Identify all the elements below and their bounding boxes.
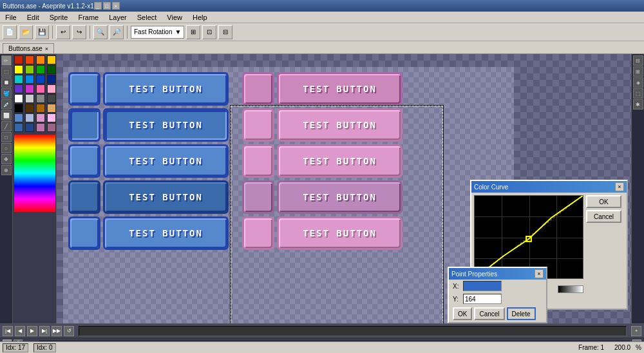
color-gradient[interactable] <box>14 135 55 212</box>
tool-r-5[interactable]: ✱ <box>633 99 643 110</box>
pink-icon-3[interactable] <box>242 144 274 178</box>
tool-r-3[interactable]: ◈ <box>633 77 643 88</box>
line-tool[interactable]: ╱ <box>1 121 12 131</box>
color-swatch[interactable] <box>47 84 56 93</box>
color-curve-close-button[interactable]: × <box>615 182 624 191</box>
tool-r-2[interactable]: ⊞ <box>633 66 643 77</box>
menu-help[interactable]: Help <box>190 13 210 22</box>
y-input[interactable] <box>463 294 502 304</box>
timeline-next-button[interactable]: ▶| <box>39 326 50 336</box>
color-curve-titlebar[interactable]: Color Curve × <box>471 181 627 193</box>
blue-button-1[interactable]: TEST BUTTON <box>103 72 229 106</box>
color-swatch[interactable] <box>47 55 56 64</box>
pixel-canvas[interactable]: TEST BUTTON TEST BUTTON TEST BUTTON <box>63 67 514 323</box>
pink-icon-2[interactable] <box>242 108 274 142</box>
blue-icon-1[interactable] <box>68 72 100 106</box>
blue-button-3[interactable]: TEST BUTTON <box>103 144 229 178</box>
zoom-in-button[interactable]: 🔍 <box>93 25 108 39</box>
tool-r-1[interactable]: ⊟ <box>633 55 643 66</box>
color-swatch[interactable] <box>25 94 34 103</box>
color-swatch[interactable] <box>25 113 34 122</box>
color-swatch[interactable] <box>36 123 45 132</box>
timeline-bar[interactable] <box>79 326 627 336</box>
color-swatch[interactable] <box>36 65 45 74</box>
rotation-mode-dropdown[interactable]: Fast Rotation ▼ <box>131 26 184 39</box>
pink-button-1[interactable]: TEST BUTTON <box>277 72 402 106</box>
point-props-close-button[interactable]: × <box>535 269 544 278</box>
color-swatch[interactable] <box>47 104 56 113</box>
maximize-button[interactable]: □ <box>103 2 111 10</box>
timeline-add-frame-button[interactable]: + <box>631 326 641 336</box>
color-swatch[interactable] <box>36 104 45 113</box>
blue-icon-5[interactable] <box>68 216 100 250</box>
timeline-last-button[interactable]: ▶▶ <box>52 326 62 336</box>
blue-button-5[interactable]: TEST BUTTON <box>103 216 229 250</box>
pink-button-4[interactable]: TEST BUTTON <box>277 180 402 214</box>
color-swatch[interactable] <box>36 84 45 93</box>
x-input[interactable] <box>463 281 502 291</box>
blue-button-4[interactable]: TEST BUTTON <box>103 180 229 214</box>
menu-select[interactable]: Select <box>135 13 160 22</box>
point-props-dialog[interactable]: Point Properties × X: Y: OK Cancel Delet… <box>448 267 547 323</box>
pink-button-3[interactable]: TEST BUTTON <box>277 144 402 178</box>
color-swatch[interactable] <box>14 84 23 93</box>
pink-button-5[interactable]: TEST BUTTON <box>277 216 402 250</box>
open-button[interactable]: 📂 <box>19 25 33 39</box>
color-swatch[interactable] <box>36 113 45 122</box>
blue-button-2[interactable]: TEST BUTTON <box>103 108 229 142</box>
redo-button[interactable]: ↪ <box>72 25 86 39</box>
pencil-tool[interactable]: ✏ <box>1 55 12 66</box>
color-swatch[interactable] <box>36 55 45 64</box>
color-swatch[interactable] <box>36 94 45 103</box>
blue-icon-4[interactable] <box>68 180 100 214</box>
tab-close-icon[interactable]: × <box>45 46 48 52</box>
zoom-out-button[interactable]: 🔎 <box>109 25 124 39</box>
blue-icon-3[interactable] <box>68 144 100 178</box>
eraser-tool[interactable]: ⬜ <box>1 110 12 120</box>
blue-icon-2[interactable] <box>68 108 100 142</box>
eyedropper-tool[interactable]: 💉 <box>1 99 12 110</box>
curve-ok-button[interactable]: OK <box>586 195 621 208</box>
canvas-area[interactable]: TEST BUTTON TEST BUTTON TEST BUTTON <box>57 54 631 323</box>
color-swatch[interactable] <box>25 55 34 64</box>
color-swatch[interactable] <box>47 65 56 74</box>
color-swatch[interactable] <box>14 104 23 113</box>
color-swatch[interactable] <box>47 123 56 132</box>
color-swatch[interactable] <box>14 123 23 132</box>
timeline-first-button[interactable]: |◀ <box>3 326 13 336</box>
menu-view[interactable]: View <box>164 13 185 22</box>
new-file-button[interactable]: 📄 <box>3 25 17 39</box>
rect-tool[interactable]: □ <box>1 132 12 142</box>
pink-button-2[interactable]: TEST BUTTON <box>277 108 402 142</box>
timeline-prev-button[interactable]: ◀ <box>15 326 25 336</box>
point-props-titlebar[interactable]: Point Properties × <box>449 268 546 280</box>
timeline-loop-button[interactable]: ↺ <box>64 326 74 336</box>
color-swatch[interactable] <box>14 94 23 103</box>
color-swatch[interactable] <box>25 84 34 93</box>
save-button[interactable]: 💾 <box>35 25 49 39</box>
pink-icon-4[interactable] <box>242 180 274 214</box>
grid-button[interactable]: ⊞ <box>186 25 200 39</box>
color-swatch[interactable] <box>25 75 34 84</box>
select-tool[interactable]: ⬚ <box>1 66 12 77</box>
color-swatch[interactable] <box>14 75 23 84</box>
move-tool[interactable]: ✥ <box>1 154 12 164</box>
point-cancel-button[interactable]: Cancel <box>474 307 504 320</box>
color-swatch[interactable] <box>14 113 23 122</box>
color-swatch[interactable] <box>47 75 56 84</box>
pink-icon-5[interactable] <box>242 216 274 250</box>
fill-tool[interactable]: 🪣 <box>1 88 12 99</box>
active-tab[interactable]: Buttons.ase × <box>3 43 54 53</box>
menu-edit[interactable]: Edit <box>24 13 42 22</box>
pink-icon-1[interactable] <box>242 72 274 106</box>
lasso-tool[interactable]: 🔲 <box>1 77 12 88</box>
color-swatch[interactable] <box>14 65 23 74</box>
color-swatch[interactable] <box>25 123 34 132</box>
point-delete-button[interactable]: Delete <box>507 307 536 320</box>
menu-frame[interactable]: Frame <box>75 13 101 22</box>
undo-button[interactable]: ↩ <box>56 25 70 39</box>
menu-sprite[interactable]: Sprite <box>47 13 71 22</box>
curve-cancel-button[interactable]: Cancel <box>586 210 621 223</box>
tool-r-4[interactable]: ⬚ <box>633 88 643 99</box>
timeline-play-button[interactable]: ▶ <box>27 326 37 336</box>
